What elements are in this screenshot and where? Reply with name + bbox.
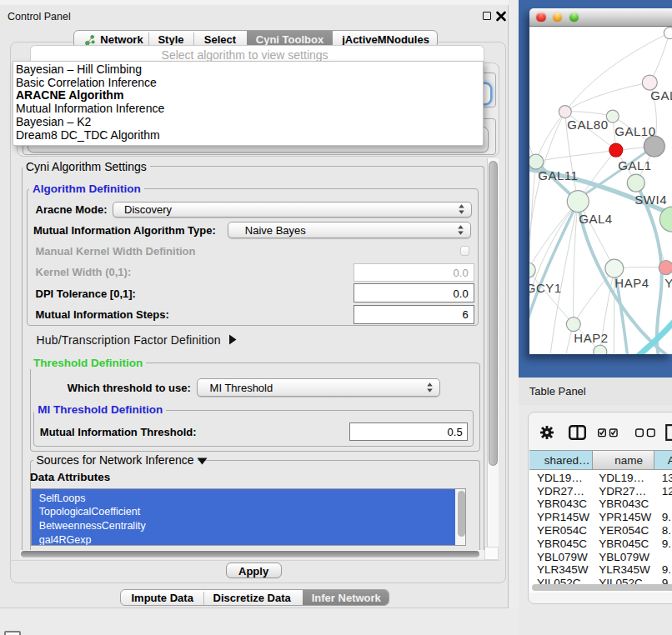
svg-text:GCY1: GCY1 bbox=[529, 281, 562, 295]
svg-text:GAL10: GAL10 bbox=[614, 124, 655, 138]
svg-text:GAL1: GAL1 bbox=[618, 158, 651, 172]
svg-text:GAL2: GAL2 bbox=[650, 88, 672, 102]
svg-text:YKL: YKL bbox=[664, 276, 672, 290]
svg-text:GAL4: GAL4 bbox=[579, 212, 612, 226]
svg-text:GAL80: GAL80 bbox=[567, 118, 608, 132]
svg-text:HAP2: HAP2 bbox=[574, 331, 608, 345]
svg-text:SWI4: SWI4 bbox=[634, 192, 667, 207]
svg-text:HAP4: HAP4 bbox=[614, 276, 649, 290]
svg-text:GAL11: GAL11 bbox=[538, 168, 578, 182]
